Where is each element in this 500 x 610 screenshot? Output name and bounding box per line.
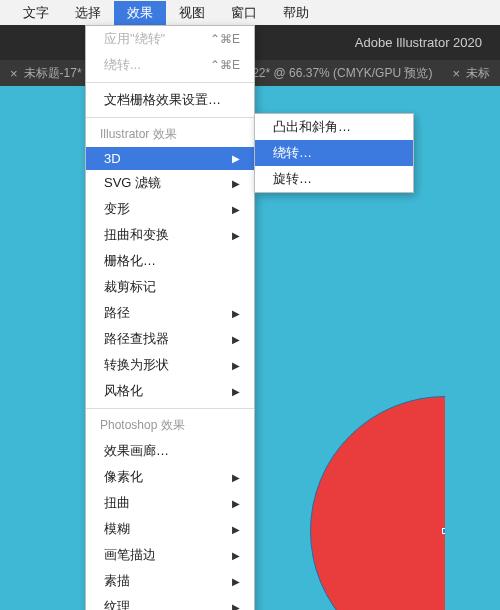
- submenu-3d: 凸出和斜角… 绕转… 旋转…: [254, 113, 414, 193]
- chevron-right-icon: ▶: [232, 178, 240, 189]
- menu-item-label: 应用"绕转": [104, 30, 165, 48]
- chevron-right-icon: ▶: [232, 386, 240, 397]
- chevron-right-icon: ▶: [232, 204, 240, 215]
- chevron-right-icon: ▶: [232, 498, 240, 509]
- menu-item-label: 绕转...: [104, 56, 141, 74]
- menu-item-label: 文档栅格效果设置…: [104, 91, 221, 109]
- chevron-right-icon: ▶: [232, 576, 240, 587]
- app-title: Adobe Illustrator 2020: [355, 35, 482, 50]
- chevron-right-icon: ▶: [232, 472, 240, 483]
- menu-item-label: 风格化: [104, 382, 143, 400]
- menu-item-effect-gallery[interactable]: 效果画廊…: [86, 438, 254, 464]
- menu-item-label: 旋转…: [273, 170, 312, 188]
- menu-item-label: 凸出和斜角…: [273, 118, 351, 136]
- menu-item-label: 素描: [104, 572, 130, 590]
- menu-item-crop-marks[interactable]: 裁剪标记: [86, 274, 254, 300]
- chevron-right-icon: ▶: [232, 230, 240, 241]
- menu-separator: [86, 82, 254, 83]
- menu-separator: [86, 408, 254, 409]
- shortcut-text: ⌃⌘E: [210, 32, 240, 46]
- menu-item-doc-raster-settings[interactable]: 文档栅格效果设置…: [86, 87, 254, 113]
- menu-item-warp[interactable]: 变形 ▶: [86, 196, 254, 222]
- menu-item-path[interactable]: 路径 ▶: [86, 300, 254, 326]
- chevron-right-icon: ▶: [232, 602, 240, 611]
- menu-item-label: 转换为形状: [104, 356, 169, 374]
- chevron-right-icon: ▶: [232, 334, 240, 345]
- menu-item-label: 扭曲: [104, 494, 130, 512]
- menubar-item-window[interactable]: 窗口: [218, 1, 270, 25]
- menu-item-extrude-bevel[interactable]: 凸出和斜角…: [255, 114, 413, 140]
- menu-item-label: 变形: [104, 200, 130, 218]
- chevron-right-icon: ▶: [232, 308, 240, 319]
- menubar: 文字 选择 效果 视图 窗口 帮助: [0, 0, 500, 25]
- menu-item-distort[interactable]: 扭曲 ▶: [86, 490, 254, 516]
- anchor-point[interactable]: [442, 528, 448, 534]
- menu-item-brush-strokes[interactable]: 画笔描边 ▶: [86, 542, 254, 568]
- menu-item-label: 模糊: [104, 520, 130, 538]
- chevron-right-icon: ▶: [232, 360, 240, 371]
- menu-section-label: Illustrator 效果: [86, 122, 254, 147]
- menu-item-texture[interactable]: 纹理 ▶: [86, 594, 254, 610]
- menu-item-sketch[interactable]: 素描 ▶: [86, 568, 254, 594]
- menu-item-3d[interactable]: 3D ▶: [86, 147, 254, 170]
- menu-item-label: 路径查找器: [104, 330, 169, 348]
- menu-item-label: 绕转…: [273, 144, 312, 162]
- menu-item-apply-last[interactable]: 应用"绕转" ⌃⌘E: [86, 26, 254, 52]
- menubar-item-text[interactable]: 文字: [10, 1, 62, 25]
- menu-item-label: 纹理: [104, 598, 130, 610]
- menu-separator: [86, 117, 254, 118]
- menu-item-pixelate[interactable]: 像素化 ▶: [86, 464, 254, 490]
- close-icon[interactable]: ×: [10, 66, 18, 81]
- menu-item-label: 栅格化…: [104, 252, 156, 270]
- menu-item-pathfinder[interactable]: 路径查找器 ▶: [86, 326, 254, 352]
- menu-item-rasterize[interactable]: 栅格化…: [86, 248, 254, 274]
- chevron-right-icon: ▶: [232, 550, 240, 561]
- menubar-item-help[interactable]: 帮助: [270, 1, 322, 25]
- tab-label: 未标题-17*: [24, 65, 82, 82]
- menu-item-label: 3D: [104, 151, 121, 166]
- menu-item-revolve[interactable]: 绕转…: [255, 140, 413, 166]
- chevron-right-icon: ▶: [232, 153, 240, 164]
- menu-item-distort-transform[interactable]: 扭曲和变换 ▶: [86, 222, 254, 248]
- menu-item-last-effect[interactable]: 绕转... ⌃⌘E: [86, 52, 254, 78]
- menu-item-label: 画笔描边: [104, 546, 156, 564]
- menu-item-stylize-ai[interactable]: 风格化 ▶: [86, 378, 254, 404]
- menu-item-convert-to-shape[interactable]: 转换为形状 ▶: [86, 352, 254, 378]
- menu-item-label: 裁剪标记: [104, 278, 156, 296]
- menubar-item-effect[interactable]: 效果: [114, 1, 166, 25]
- chevron-right-icon: ▶: [232, 524, 240, 535]
- half-circle-shape[interactable]: [310, 396, 500, 610]
- tab-label: 标题-22* @ 66.37% (CMYK/GPU 预览): [224, 65, 432, 82]
- tab-label: 未标: [466, 65, 490, 82]
- menubar-item-view[interactable]: 视图: [166, 1, 218, 25]
- menubar-item-select[interactable]: 选择: [62, 1, 114, 25]
- menu-item-blur[interactable]: 模糊 ▶: [86, 516, 254, 542]
- menu-item-label: 像素化: [104, 468, 143, 486]
- shortcut-text: ⌃⌘E: [210, 58, 240, 72]
- menu-item-svg-filters[interactable]: SVG 滤镜 ▶: [86, 170, 254, 196]
- close-icon[interactable]: ×: [452, 66, 460, 81]
- menu-item-label: 路径: [104, 304, 130, 322]
- menu-item-label: 扭曲和变换: [104, 226, 169, 244]
- menu-item-label: 效果画廊…: [104, 442, 169, 460]
- menu-section-label: Photoshop 效果: [86, 413, 254, 438]
- menu-item-label: SVG 滤镜: [104, 174, 161, 192]
- effects-menu: 应用"绕转" ⌃⌘E 绕转... ⌃⌘E 文档栅格效果设置… Illustrat…: [85, 25, 255, 610]
- menu-item-rotate[interactable]: 旋转…: [255, 166, 413, 192]
- document-tab[interactable]: × 未标: [442, 60, 500, 86]
